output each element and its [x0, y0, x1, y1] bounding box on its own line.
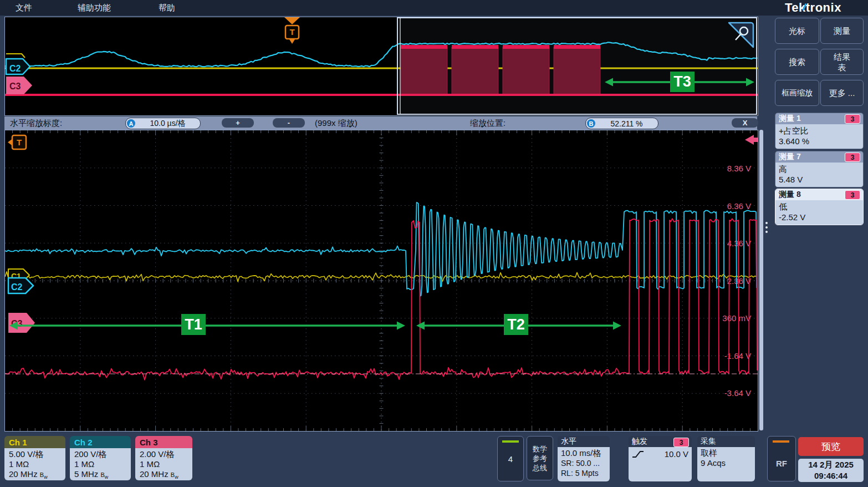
rf-color-bar: [773, 440, 789, 443]
measure-button[interactable]: 测量: [820, 18, 864, 44]
trigger-badge[interactable]: 触发 3 10.0 V: [629, 436, 692, 481]
zoom-close-button[interactable]: X: [732, 118, 758, 128]
measurement-7-value: 5.48 V: [779, 174, 860, 185]
measurement-7-name: 高: [779, 164, 860, 174]
channel-1-impedance: 1 MΩ: [9, 459, 65, 469]
measurement-8-name: 低: [779, 201, 860, 212]
zoom-out-button[interactable]: -: [273, 118, 305, 128]
oscilloscope-app: 文件 辅助功能 帮助 Tektronix TC2C3 T3 水平缩放标度: A …: [0, 0, 868, 487]
ref-label: 参考: [527, 454, 553, 463]
measurement-1-value: 3.640 %: [779, 136, 860, 146]
channel-2-header: Ch 2: [70, 436, 131, 448]
results-table-button[interactable]: 结果 表: [820, 49, 864, 75]
channel-3-bandwidth: 20 MHz Bw: [140, 469, 192, 480]
digital-channel-number: 4: [498, 454, 523, 464]
svg-text:C2: C2: [11, 282, 23, 292]
svg-text:T: T: [17, 138, 22, 147]
horizontal-header: 水平: [558, 436, 610, 447]
channel-3-info: 2.00 V/格 1 MΩ 20 MHz Bw: [135, 448, 192, 480]
rf-badge[interactable]: RF: [767, 436, 796, 481]
math-ref-bus-button[interactable]: 数学 参考 总线: [527, 436, 553, 480]
more-button[interactable]: 更多 ...: [820, 80, 864, 106]
measurement-7-title: 测量 7: [779, 152, 801, 162]
zoom-bar: 水平缩放标度: A 10.0 µs/格 + - (999x 缩放) 缩放位置: …: [4, 116, 757, 130]
annotation-t3: T3: [670, 72, 695, 92]
horizontal-info: 10.0 ms/格 SR: 50.0 ... RL: 5 Mpts: [558, 447, 610, 481]
date-label: 14 2月 2025: [798, 459, 864, 470]
horizontal-scale: 10.0 ms/格: [561, 448, 606, 458]
rising-edge-icon: [632, 450, 644, 459]
channel-3-scale: 2.00 V/格: [140, 449, 192, 459]
channel-1-header: Ch 1: [4, 436, 65, 448]
channel-2-badge[interactable]: Ch 2 200 V/格 1 MΩ 5 MHz Bw: [70, 436, 131, 480]
measurement-8-source-badge: 3: [845, 190, 860, 200]
search-button[interactable]: 搜索: [775, 49, 819, 75]
zoom-scale-value: 10.0 µs/格: [135, 119, 200, 129]
trigger-header: 触发 3: [629, 436, 692, 447]
b-knob-icon: B: [587, 119, 595, 128]
measurement-8-header: 测量 8 3: [775, 189, 863, 200]
draw-zoom-button[interactable]: 框画缩放: [775, 80, 819, 106]
measurement-8-value: -2.52 V: [779, 212, 860, 222]
main-waveforms: C1C2C3T: [5, 130, 758, 431]
channel-2-info: 200 V/格 1 MΩ 5 MHz Bw: [70, 448, 131, 480]
channel-2-scale: 200 V/格: [74, 449, 131, 459]
acquisition-badge[interactable]: 采集 取样 9 Acqs: [697, 436, 755, 481]
channel-3-badge[interactable]: Ch 3 2.00 V/格 1 MΩ 20 MHz Bw: [135, 436, 192, 480]
measurement-panel-7[interactable]: 测量 7 3 高 5.48 V: [775, 151, 864, 187]
digital-channel-badge[interactable]: 4: [497, 436, 524, 481]
waveform-overview[interactable]: TC2C3 T3: [4, 17, 758, 116]
measurement-1-source-badge: 3: [845, 114, 860, 124]
bus-label: 总线: [527, 463, 553, 473]
trigger-info: 10.0 V: [629, 447, 692, 481]
measurement-8-title: 测量 8: [779, 190, 801, 200]
svg-text:T: T: [289, 27, 294, 37]
measurement-1-header: 测量 1 3: [775, 113, 863, 124]
waveform-display[interactable]: 8.36 V 6.36 V 4.36 V 2.36 V 360 mV -1.64…: [4, 130, 758, 432]
horizontal-badge[interactable]: 水平 10.0 ms/格 SR: 50.0 ... RL: 5 Mpts: [558, 436, 610, 481]
time-label: 09:46:44: [798, 470, 864, 481]
annotation-t2: T2: [504, 314, 528, 335]
trigger-source-badge: 3: [673, 438, 689, 447]
sample-rate: SR: 50.0 ...: [561, 458, 606, 468]
measurement-1-name: +占空比: [779, 125, 860, 136]
channel-1-badge[interactable]: Ch 1 5.00 V/格 1 MΩ 20 MHz Bw: [4, 436, 65, 480]
math-label: 数学: [527, 444, 553, 454]
tektronix-logo: Tektronix: [785, 1, 868, 15]
channel-3-header: Ch 3: [135, 436, 192, 448]
svg-text:C2: C2: [9, 64, 21, 73]
menu-utility[interactable]: 辅助功能: [78, 3, 111, 13]
zoom-position-label: 缩放位置:: [470, 118, 506, 129]
zoom-position-field[interactable]: B 52.211 %: [585, 118, 658, 129]
datetime-badge[interactable]: 14 2月 2025 09:46:44: [798, 459, 864, 482]
channel-3-impedance: 1 MΩ: [140, 459, 192, 469]
trigger-level: 10.0 V: [665, 449, 688, 459]
channel-1-info: 5.00 V/格 1 MΩ 20 MHz Bw: [4, 448, 65, 480]
zoom-position-value: 52.211 %: [595, 119, 658, 128]
zoom-scale-label: 水平缩放标度:: [10, 118, 62, 129]
acquisition-info: 取样 9 Acqs: [697, 447, 755, 481]
splitter-handle-icon[interactable]: [763, 220, 770, 244]
acquisition-count: 9 Acqs: [701, 458, 752, 468]
panel-splitter[interactable]: [759, 130, 763, 430]
zoom-scale-field[interactable]: A 10.0 µs/格: [125, 118, 201, 129]
channel-2-bandwidth: 5 MHz Bw: [74, 469, 131, 480]
rf-label: RF: [768, 459, 795, 468]
measurement-1-body: +占空比 3.640 %: [775, 124, 863, 149]
menu-help[interactable]: 帮助: [159, 3, 175, 13]
annotation-t1: T1: [181, 314, 206, 335]
channel-1-scale: 5.00 V/格: [9, 449, 65, 459]
measurement-8-body: 低 -2.52 V: [775, 200, 863, 225]
acquisition-mode: 取样: [701, 448, 752, 458]
zoom-in-button[interactable]: +: [222, 118, 254, 128]
measurement-1-title: 测量 1: [779, 114, 801, 124]
preview-button[interactable]: 预览: [798, 437, 864, 456]
measurement-panel-8[interactable]: 测量 8 3 低 -2.52 V: [775, 189, 864, 225]
channel-1-bandwidth: 20 MHz Bw: [9, 469, 65, 480]
menu-file[interactable]: 文件: [16, 3, 32, 13]
menu-bar: 文件 辅助功能 帮助: [0, 0, 868, 16]
cursors-button[interactable]: 光标: [775, 18, 819, 44]
measurement-panel-1[interactable]: 测量 1 3 +占空比 3.640 %: [775, 113, 864, 149]
zoom-factor-label: (999x 缩放): [315, 118, 358, 129]
svg-text:C3: C3: [9, 82, 21, 91]
